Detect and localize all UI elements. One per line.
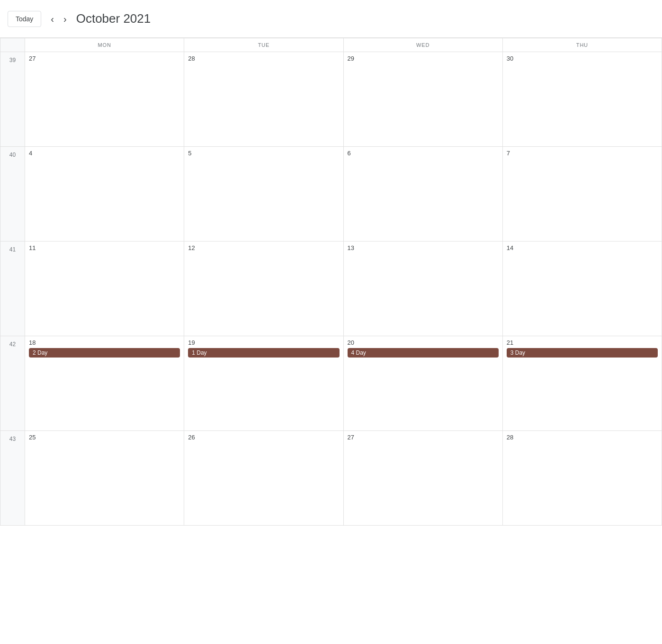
day-number: 7	[507, 150, 658, 157]
day-number: 6	[348, 150, 499, 157]
week-num-header-empty	[0, 38, 25, 52]
day-cell-oct21[interactable]: 21 3 Day	[503, 336, 662, 431]
day-number: 5	[188, 150, 339, 157]
day-cell-sep27[interactable]: 27	[25, 52, 184, 147]
next-month-button[interactable]: ›	[60, 12, 71, 26]
day-number: 28	[188, 55, 339, 62]
day-number: 13	[348, 244, 499, 251]
day-number: 12	[188, 244, 339, 251]
day-number: 18	[29, 339, 180, 346]
day-cell-oct13[interactable]: 13	[344, 242, 503, 336]
day-header-wed: WED	[344, 38, 503, 52]
day-cell-oct4[interactable]: 4	[25, 147, 184, 242]
day-number: 30	[507, 55, 658, 62]
day-number: 20	[348, 339, 499, 346]
day-cell-oct18[interactable]: 18 2 Day	[25, 336, 184, 431]
nav-arrows: ‹ ›	[47, 12, 70, 26]
day-number: 11	[29, 244, 180, 251]
day-cell-sep30[interactable]: 30	[503, 52, 662, 147]
day-number: 19	[188, 339, 339, 346]
week-number-39: 39	[0, 52, 25, 147]
day-number: 27	[348, 434, 499, 441]
event-1day[interactable]: 1 Day	[188, 348, 339, 358]
day-header-mon: MON	[25, 38, 184, 52]
day-cell-oct11[interactable]: 11	[25, 242, 184, 336]
day-header-tue: TUE	[184, 38, 343, 52]
day-name-tue: TUE	[184, 42, 343, 48]
week-number-40: 40	[0, 147, 25, 242]
day-cell-oct12[interactable]: 12	[184, 242, 343, 336]
day-number: 4	[29, 150, 180, 157]
calendar-grid: MON TUE WED THU 39 27 28 29 30 40 4 5 6 …	[0, 38, 662, 526]
day-number: 29	[348, 55, 499, 62]
week-number-41: 41	[0, 242, 25, 336]
event-2day[interactable]: 2 Day	[29, 348, 180, 358]
day-number: 25	[29, 434, 180, 441]
week-number-42: 42	[0, 336, 25, 431]
day-number: 21	[507, 339, 658, 346]
day-cell-sep28[interactable]: 28	[184, 52, 343, 147]
day-cell-oct28[interactable]: 28	[503, 431, 662, 526]
today-button[interactable]: Today	[8, 11, 41, 27]
day-cell-oct6[interactable]: 6	[344, 147, 503, 242]
day-number: 14	[507, 244, 658, 251]
day-cell-oct27[interactable]: 27	[344, 431, 503, 526]
week-number-43: 43	[0, 431, 25, 526]
day-cell-oct19[interactable]: 19 1 Day	[184, 336, 343, 431]
day-number: 28	[507, 434, 658, 441]
day-cell-oct26[interactable]: 26	[184, 431, 343, 526]
day-name-thu: THU	[503, 42, 662, 48]
day-cell-sep29[interactable]: 29	[344, 52, 503, 147]
day-name-wed: WED	[344, 42, 502, 48]
event-3day[interactable]: 3 Day	[507, 348, 658, 358]
day-cell-oct7[interactable]: 7	[503, 147, 662, 242]
day-cell-oct5[interactable]: 5	[184, 147, 343, 242]
prev-month-button[interactable]: ‹	[47, 12, 58, 26]
event-4day[interactable]: 4 Day	[348, 348, 499, 358]
day-cell-oct20[interactable]: 20 4 Day	[344, 336, 503, 431]
day-number: 27	[29, 55, 180, 62]
day-cell-oct25[interactable]: 25	[25, 431, 184, 526]
month-title: October 2021	[76, 11, 151, 26]
day-number: 26	[188, 434, 339, 441]
day-name-mon: MON	[25, 42, 184, 48]
day-header-thu: THU	[503, 38, 662, 52]
calendar-header: Today ‹ › October 2021	[0, 0, 662, 38]
day-cell-oct14[interactable]: 14	[503, 242, 662, 336]
